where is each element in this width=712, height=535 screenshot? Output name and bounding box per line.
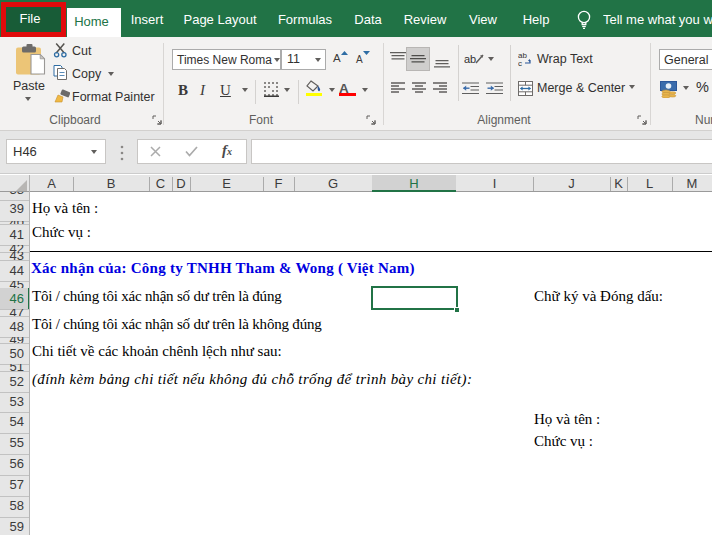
svg-text:ab: ab (464, 53, 476, 65)
svg-text:c: c (518, 59, 522, 66)
